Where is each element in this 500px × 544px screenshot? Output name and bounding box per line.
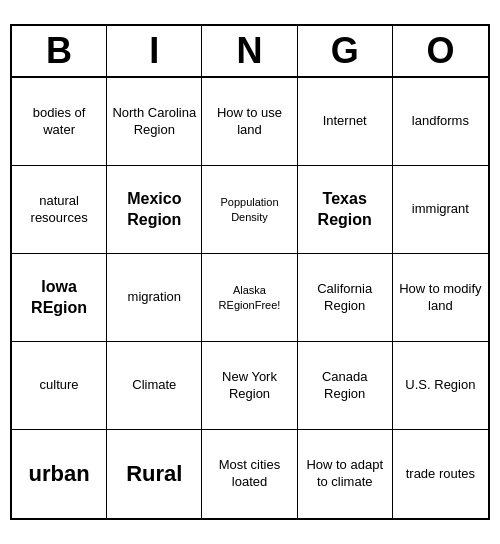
bingo-cell-2: North Carolina Region — [107, 78, 202, 166]
bingo-cell-21: urban — [12, 430, 107, 518]
bingo-cell-4: Internet — [298, 78, 393, 166]
bingo-cell-25: trade routes — [393, 430, 488, 518]
bingo-cell-5: landforms — [393, 78, 488, 166]
bingo-cell-18: New York Region — [202, 342, 297, 430]
bingo-cell-3: How to use land — [202, 78, 297, 166]
bingo-cell-19: Canada Region — [298, 342, 393, 430]
header-n: N — [202, 26, 297, 76]
bingo-cell-22: Rural — [107, 430, 202, 518]
bingo-cell-16: culture — [12, 342, 107, 430]
bingo-cell-15: How to modify land — [393, 254, 488, 342]
bingo-cell-20: U.S. Region — [393, 342, 488, 430]
bingo-cell-12: migration — [107, 254, 202, 342]
bingo-cell-11: Iowa REgion — [12, 254, 107, 342]
bingo-grid: bodies of waterNorth Carolina RegionHow … — [12, 78, 488, 518]
bingo-cell-6: natural resources — [12, 166, 107, 254]
bingo-cell-8: Poppulation Density — [202, 166, 297, 254]
bingo-card: B I N G O bodies of waterNorth Carolina … — [10, 24, 490, 520]
bingo-cell-17: Climate — [107, 342, 202, 430]
bingo-cell-1: bodies of water — [12, 78, 107, 166]
bingo-cell-23: Most cities loated — [202, 430, 297, 518]
bingo-cell-9: Texas Region — [298, 166, 393, 254]
header-g: G — [298, 26, 393, 76]
bingo-header: B I N G O — [12, 26, 488, 78]
header-b: B — [12, 26, 107, 76]
bingo-cell-13: Alaska REgionFree! — [202, 254, 297, 342]
bingo-cell-7: Mexico Region — [107, 166, 202, 254]
header-o: O — [393, 26, 488, 76]
bingo-cell-14: California Region — [298, 254, 393, 342]
bingo-cell-10: immigrant — [393, 166, 488, 254]
bingo-cell-24: How to adapt to climate — [298, 430, 393, 518]
header-i: I — [107, 26, 202, 76]
